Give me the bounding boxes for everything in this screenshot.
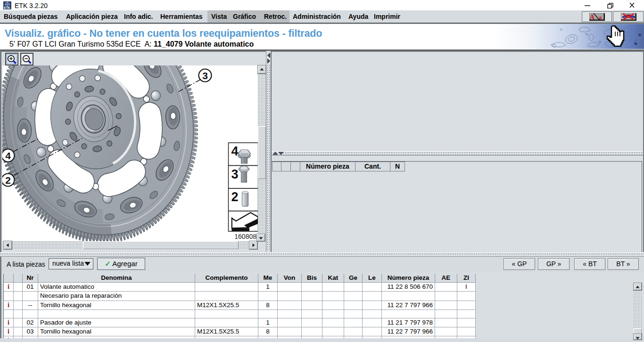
svg-text:A: A (590, 14, 595, 21)
svg-text:3: 3 (202, 70, 208, 81)
svg-text:ETK: ETK (4, 6, 10, 9)
svg-text:12: 12 (635, 39, 637, 41)
svg-text:4: 4 (231, 144, 239, 158)
svg-text:a: a (599, 14, 602, 21)
svg-text:2: 2 (5, 175, 11, 186)
svg-text:4: 4 (5, 150, 11, 161)
svg-text:3: 3 (231, 167, 239, 181)
svg-text:37: 37 (560, 29, 563, 31)
svg-text:2: 2 (231, 190, 239, 204)
svg-text:66: 66 (599, 41, 602, 43)
svg-text:160808: 160808 (234, 233, 256, 240)
svg-text:54: 54 (586, 33, 588, 36)
